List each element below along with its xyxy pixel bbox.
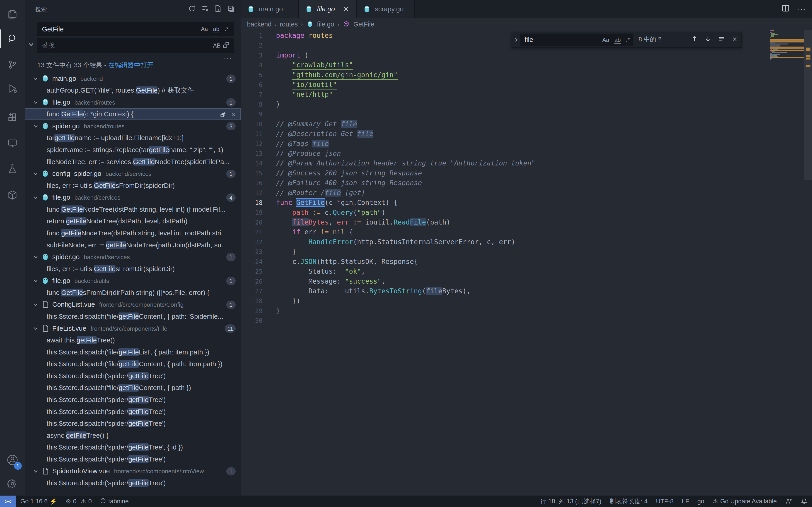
result-match-row[interactable]: await this.getFileTree() bbox=[25, 334, 241, 346]
minimap[interactable] bbox=[770, 30, 804, 496]
testing-icon[interactable] bbox=[0, 157, 25, 181]
result-match-row[interactable]: this.$store.dispatch('spider/getFileTree… bbox=[25, 417, 241, 430]
scrollbar-slider[interactable] bbox=[804, 30, 812, 180]
result-match-row[interactable]: fileNodeTree, err := services.GetFileNod… bbox=[25, 156, 241, 168]
go-version-status[interactable]: Go 1.16.6⚡ bbox=[16, 496, 61, 507]
result-match-row[interactable]: this.$store.dispatch('spider/getFileTree… bbox=[25, 477, 241, 489]
result-file-row[interactable]: file.gobackend/routes1 bbox=[25, 96, 241, 108]
indentation-status[interactable]: 制表符长度: 4 bbox=[606, 496, 652, 507]
result-match-row[interactable]: this.$store.dispatch('file/getFileList',… bbox=[25, 346, 241, 358]
replace-input[interactable]: 替换 AB bbox=[37, 38, 234, 53]
result-match-row[interactable]: spiderName := strings.Replace(targetFile… bbox=[25, 144, 241, 156]
find-expand-chevron[interactable] bbox=[512, 37, 521, 42]
result-file-row[interactable]: file.gobackend/utils1 bbox=[25, 275, 241, 287]
result-file-row[interactable]: ConfigList.vuefrontend/src/components/Co… bbox=[25, 298, 241, 311]
breadcrumb-item[interactable]: routes bbox=[280, 20, 298, 27]
replace-all-icon[interactable] bbox=[222, 41, 230, 50]
result-match-row[interactable]: targetFilename := uploadFile.Filename[id… bbox=[25, 132, 241, 144]
run-debug-icon[interactable] bbox=[0, 76, 25, 100]
packages-icon[interactable] bbox=[0, 183, 25, 207]
remote-indicator[interactable]: >< bbox=[0, 496, 16, 507]
split-editor-icon[interactable] bbox=[781, 4, 790, 14]
breadcrumb-item[interactable]: file.go bbox=[317, 20, 334, 27]
feedback-icon[interactable] bbox=[781, 496, 797, 507]
result-file-row[interactable]: main.gobackend1 bbox=[25, 72, 241, 84]
remote-explorer-icon[interactable] bbox=[0, 131, 25, 155]
result-match-row[interactable]: func GetFilesFromDir(dirPath string) ([]… bbox=[25, 287, 241, 298]
result-match-row[interactable]: this.$store.dispatch('file/getFileConten… bbox=[25, 358, 241, 370]
result-match-row[interactable]: async getFileTree() { bbox=[25, 429, 241, 441]
result-match-row[interactable]: this.$store.dispatch('spider/getFileTree… bbox=[25, 370, 241, 382]
settings-gear-icon[interactable] bbox=[0, 472, 25, 496]
result-file-row[interactable]: SpiderInfoView.vuefrontend/src/component… bbox=[25, 465, 241, 477]
close-tab-icon[interactable]: ✕ bbox=[343, 5, 349, 13]
result-match-row[interactable]: subFileNode, err := getFileNodeTree(path… bbox=[25, 239, 241, 251]
preserve-case-toggle[interactable]: AB bbox=[211, 42, 222, 49]
result-file-row[interactable]: spider.gobackend/routes3 bbox=[25, 120, 241, 132]
accounts-icon[interactable]: 1 bbox=[0, 448, 25, 472]
source-control-icon[interactable] bbox=[0, 53, 25, 76]
regex-toggle[interactable]: .* bbox=[223, 25, 230, 33]
find-in-selection-icon[interactable] bbox=[718, 35, 725, 44]
result-match-row[interactable]: this.$store.dispatch('spider/getFileTree… bbox=[25, 453, 241, 465]
go-update-status[interactable]: ⚠Go Update Available bbox=[708, 496, 781, 507]
cursor-position-status[interactable]: 行 18, 列 13 (已选择7) bbox=[536, 496, 605, 507]
collapse-all-icon[interactable] bbox=[227, 5, 235, 14]
result-match-row[interactable]: this.$store.dispatch('spider/getFileTree… bbox=[25, 441, 241, 453]
result-match-row[interactable]: this.$store.dispatch('spider/getFileTree… bbox=[25, 394, 241, 406]
language-mode-status[interactable]: go bbox=[693, 496, 708, 507]
chevron-down-icon bbox=[33, 468, 38, 474]
open-in-editor-link[interactable]: 在编辑器中打开 bbox=[108, 62, 153, 69]
result-file-row[interactable]: file.gobackend/services4 bbox=[25, 191, 241, 204]
clear-search-results-icon[interactable] bbox=[201, 5, 209, 14]
dismiss-match-icon[interactable] bbox=[231, 110, 237, 120]
find-previous-icon[interactable] bbox=[691, 35, 698, 44]
notifications-bell-icon[interactable] bbox=[796, 496, 812, 507]
search-icon[interactable] bbox=[0, 27, 25, 51]
result-match-row[interactable]: func getFileNodeTree(dstPath string, lev… bbox=[25, 227, 241, 239]
code-line: 3import ( bbox=[241, 50, 536, 60]
find-match-case-toggle[interactable]: Aa bbox=[601, 36, 611, 43]
result-match-row[interactable]: authGroup.GET("/file", routes.GetFile) /… bbox=[25, 84, 241, 97]
result-match-row[interactable]: this.$store.dispatch('spider/getFileTree… bbox=[25, 406, 241, 417]
breadcrumb-item[interactable]: backend bbox=[247, 20, 271, 27]
result-match-row[interactable]: return getFileNodeTree(dstPath, level, d… bbox=[25, 215, 241, 227]
result-file-row[interactable]: FileList.vuefrontend/src/components/File… bbox=[25, 322, 241, 334]
toggle-replace-chevron[interactable] bbox=[27, 34, 35, 55]
result-file-row[interactable]: spider.gobackend/services1 bbox=[25, 251, 241, 263]
code-line: 20 fileBytes, err := ioutil.ReadFile(pat… bbox=[241, 217, 536, 227]
find-next-icon[interactable] bbox=[704, 35, 712, 44]
chevron-down-icon bbox=[33, 195, 38, 200]
eol-status[interactable]: LF bbox=[678, 496, 693, 507]
more-actions-icon[interactable]: ··· bbox=[797, 5, 807, 13]
search-input[interactable]: GetFile Aa ab .* bbox=[37, 22, 234, 36]
problems-status[interactable]: ⊗0 ⚠0 bbox=[62, 496, 96, 507]
replace-match-icon[interactable] bbox=[219, 110, 226, 120]
open-new-search-editor-icon[interactable] bbox=[214, 5, 221, 14]
whole-word-toggle[interactable]: ab bbox=[212, 25, 221, 33]
result-match-row[interactable]: files, err := utils.GetFilesFromDir(spid… bbox=[25, 263, 241, 275]
explorer-icon[interactable] bbox=[0, 2, 25, 26]
tabnine-status[interactable]: tabnine bbox=[96, 496, 133, 507]
result-match-row[interactable]: this.$store.dispatch('file/getFileConten… bbox=[25, 310, 241, 322]
result-file-row[interactable]: config_spider.gobackend/services1 bbox=[25, 168, 241, 180]
editor-tab[interactable]: scrapy.go bbox=[357, 0, 415, 18]
result-match-row[interactable]: func GetFileNodeTree(dstPath string, lev… bbox=[25, 203, 241, 215]
result-match-row[interactable]: func GetFile(c *gin.Context) { bbox=[25, 108, 241, 120]
go-file-icon bbox=[305, 5, 313, 13]
find-regex-toggle[interactable]: .* bbox=[624, 36, 631, 43]
encoding-status[interactable]: UTF-8 bbox=[652, 496, 678, 507]
result-match-row[interactable]: this.$store.dispatch('file/getFileConten… bbox=[25, 382, 241, 394]
overview-ruler[interactable] bbox=[804, 30, 812, 496]
find-close-icon[interactable] bbox=[731, 36, 738, 44]
editor-tab[interactable]: main.go bbox=[241, 0, 299, 18]
find-whole-word-toggle[interactable]: ab bbox=[613, 36, 622, 43]
refresh-icon[interactable] bbox=[188, 5, 196, 14]
code-editor[interactable]: 1package routes23import (4 "crawlab/util… bbox=[241, 30, 812, 496]
extensions-icon[interactable] bbox=[0, 106, 25, 129]
breadcrumb-item[interactable]: GetFile bbox=[353, 20, 374, 27]
find-input[interactable]: file Aa ab .* bbox=[520, 33, 633, 46]
result-match-row[interactable]: files, err := utils.GetFilesFromDir(spid… bbox=[25, 179, 241, 191]
match-case-toggle[interactable]: Aa bbox=[199, 25, 210, 33]
editor-tab[interactable]: file.go✕ bbox=[299, 0, 357, 18]
